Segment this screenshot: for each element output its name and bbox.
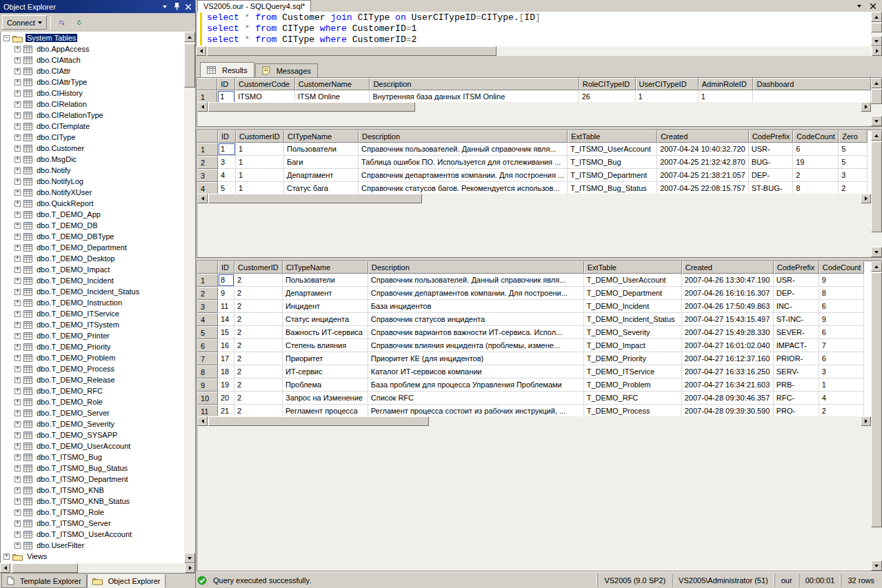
grid-cell[interactable]: 6 [793, 143, 839, 156]
grid-cell[interactable]: Список RFC [368, 392, 584, 405]
expand-icon[interactable]: + [14, 432, 21, 438]
column-header[interactable]: ExtTable [584, 261, 682, 274]
grid-cell[interactable]: Важность ИТ-сервиса [283, 326, 368, 339]
grid-cell[interactable]: 2007-04-27 16:01:02.040 [682, 339, 774, 352]
tree-item-table[interactable]: +dbo.Customer [1, 143, 184, 154]
vertical-scrollbar[interactable] [871, 78, 882, 126]
grid-cell[interactable]: 8 [793, 182, 839, 194]
grid-cell[interactable]: T_DEMO_Incident [584, 300, 682, 313]
grid-cell[interactable]: 2007-04-25 21:38:21.057 [657, 169, 749, 182]
scrollbar-track[interactable] [871, 88, 882, 116]
scroll-up-button[interactable] [871, 130, 882, 141]
expand-icon[interactable]: + [14, 168, 21, 174]
column-header[interactable]: Dashboard [753, 78, 871, 90]
tab-results[interactable]: Results [200, 62, 254, 77]
expand-icon[interactable]: + [14, 278, 21, 284]
grid-cell[interactable]: Таблица ошибок ПО. Используется для отсл… [359, 156, 568, 169]
grid-cell[interactable]: 1 [236, 156, 284, 169]
expand-icon[interactable]: + [14, 355, 21, 361]
vertical-scrollbar[interactable] [871, 130, 882, 257]
grid-cell[interactable]: Регламент процесса состоит из рабочих ин… [368, 405, 584, 416]
scroll-down-button[interactable] [871, 247, 882, 257]
tree-item-table[interactable]: +dbo.Notify [1, 165, 184, 176]
scroll-up-button[interactable] [871, 12, 882, 22]
grid-corner-cell[interactable] [197, 261, 218, 274]
grid-cell[interactable]: 4 [819, 392, 865, 405]
horizontal-scrollbar[interactable] [197, 102, 871, 126]
grid-cell[interactable]: 4 [218, 169, 236, 182]
grid-cell[interactable]: Департамент [283, 287, 368, 300]
scroll-down-button[interactable] [871, 116, 882, 126]
tree-item-table[interactable]: +dbo.T_ITSMO_Bug_Status [1, 463, 184, 474]
window-position-icon[interactable] [160, 2, 170, 11]
grid-cell[interactable]: 2 [234, 405, 283, 416]
tree-item-table[interactable]: +dbo.T_ITSMO_Bug [1, 452, 184, 463]
scrollbar-thumb[interactable] [871, 23, 882, 32]
grid-corner-cell[interactable] [197, 78, 217, 90]
expand-icon[interactable]: + [14, 134, 21, 141]
grid-cell[interactable]: T_DEMO_ITService [584, 365, 682, 378]
expand-icon[interactable]: + [14, 57, 21, 63]
grid-cell[interactable]: T_ITSMO_UserAccount [568, 143, 657, 156]
grid-cell[interactable]: Статус бага [284, 182, 359, 194]
tree-item-table[interactable]: +dbo.MsgDic [1, 154, 184, 165]
tree-item-table[interactable]: +dbo.T_DEMO_ITSystem [1, 319, 184, 330]
expand-icon[interactable]: + [14, 311, 21, 317]
grid-cell[interactable]: 19 [218, 378, 234, 392]
expand-icon[interactable]: + [14, 190, 21, 196]
expand-icon[interactable]: + [14, 377, 21, 383]
scroll-right-button[interactable] [861, 194, 871, 203]
tree-item-table[interactable]: +dbo.T_ITSMO_KNB [1, 485, 184, 496]
grid-cell[interactable]: T_DEMO_Incident_Status [584, 313, 682, 326]
expand-icon[interactable]: + [14, 201, 21, 207]
tree-item-table[interactable]: +dbo.T_DEMO_Printer [1, 330, 184, 341]
grid-cell[interactable]: Справочник департаментов компании. Для п… [359, 169, 568, 182]
grid-cell[interactable]: Запрос на Изменение [283, 392, 368, 405]
expand-icon[interactable]: + [14, 543, 21, 549]
horizontal-scrollbar[interactable] [197, 194, 871, 257]
expand-icon[interactable]: + [14, 487, 21, 494]
grid-cell[interactable]: ST-BUG- [749, 182, 793, 194]
grid-cell[interactable]: INC- [774, 300, 819, 313]
row-header[interactable]: 6 [197, 339, 218, 352]
expand-icon[interactable]: + [14, 498, 21, 505]
scroll-left-button[interactable] [0, 563, 10, 573]
grid-cell[interactable]: 1 [819, 378, 865, 392]
scrollbar-track[interactable] [871, 141, 882, 247]
scrollbar-track[interactable] [208, 194, 861, 257]
grid-cell[interactable]: Внутренняя база данных ITSM Online [370, 90, 579, 102]
vertical-scrollbar[interactable] [184, 32, 195, 563]
expand-icon[interactable]: + [14, 509, 21, 516]
grid-cell[interactable]: Справочник влияния инцидента (проблемы, … [368, 339, 584, 352]
tree-item-table[interactable]: +dbo.CIAttr [1, 65, 184, 77]
column-header[interactable]: RoleCITypeID [579, 78, 636, 90]
tree-item-table[interactable]: +dbo.T_DEMO_ITService [1, 308, 184, 319]
grid-cell[interactable]: 5 [839, 143, 868, 156]
grid-cell[interactable]: База инцидентов [368, 300, 584, 313]
grid-cell[interactable]: 11 [218, 300, 234, 313]
grid-cell[interactable]: 2007-04-26 13:30:47.190 [682, 274, 774, 287]
grid-cell[interactable]: Степень влияния [283, 339, 368, 352]
horizontal-scrollbar[interactable] [197, 416, 871, 571]
grid-cell[interactable]: 2 [819, 405, 865, 416]
scroll-down-button[interactable] [184, 553, 195, 563]
column-header[interactable]: AdminRoleID [699, 78, 754, 90]
grid-cell[interactable]: DEP- [749, 169, 793, 182]
expand-icon[interactable]: + [14, 101, 21, 108]
expand-icon[interactable]: + [14, 388, 21, 394]
tab-messages[interactable]: Messages [255, 63, 318, 77]
tree-item-table[interactable]: +dbo.T_DEMO_Release [1, 374, 184, 385]
tree-item-table[interactable]: +dbo.T_DEMO_DB [1, 220, 184, 231]
grid-cell[interactable]: 2 [234, 300, 283, 313]
scrollbar-thumb[interactable] [871, 272, 882, 527]
scrollbar-track[interactable] [208, 416, 861, 571]
scrollbar-track[interactable] [208, 102, 861, 126]
grid-cell[interactable]: 5 [839, 156, 868, 169]
grid-cell[interactable]: 2 [234, 313, 283, 326]
row-header[interactable]: 1 [197, 90, 217, 102]
tree-item-table[interactable]: +dbo.T_DEMO_Desktop [1, 253, 184, 264]
tree-item-table[interactable]: +dbo.T_DEMO_Role [1, 396, 184, 407]
expand-icon[interactable]: + [14, 322, 21, 328]
grid-cell[interactable]: 2007-04-24 10:40:32.720 [657, 143, 749, 156]
grid-cell[interactable]: Справочник департаментов компании. Для п… [368, 287, 584, 300]
